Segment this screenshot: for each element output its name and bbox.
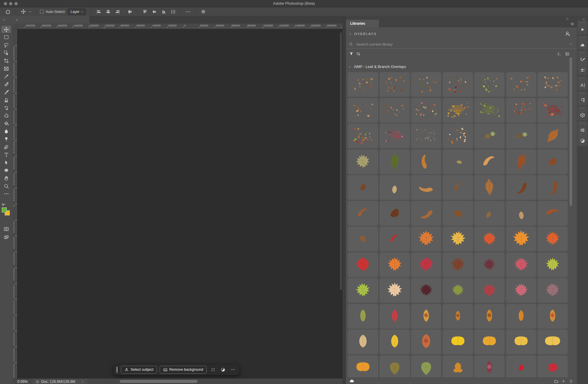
transform-icon[interactable] bbox=[209, 367, 217, 372]
asset-thumbnail-oak[interactable] bbox=[380, 149, 410, 174]
brush-settings-panel-icon[interactable] bbox=[577, 54, 587, 65]
foreground-color-swatch[interactable] bbox=[2, 207, 7, 212]
tool-blur-icon[interactable] bbox=[1, 128, 11, 135]
filter-icon[interactable] bbox=[349, 51, 354, 56]
document-tab[interactable] bbox=[12, 16, 89, 24]
invite-people-icon[interactable] bbox=[565, 31, 570, 36]
asset-thumbnail-scatter[interactable] bbox=[506, 98, 536, 123]
asset-thumbnail-maple[interactable] bbox=[443, 252, 473, 277]
tool-pen-icon[interactable] bbox=[1, 143, 11, 150]
align-right-icon[interactable] bbox=[113, 9, 122, 14]
asset-thumbnail-maple[interactable] bbox=[474, 278, 505, 303]
asset-thumbnail-maple[interactable] bbox=[348, 252, 378, 277]
asset-thumbnail-scatter[interactable] bbox=[380, 98, 410, 123]
panel-divider[interactable] bbox=[343, 16, 346, 384]
asset-thumbnail-oval[interactable] bbox=[380, 304, 410, 329]
asset-thumbnail-twigpair[interactable] bbox=[474, 124, 505, 148]
align-center-horizontal-icon[interactable] bbox=[103, 9, 113, 14]
asset-thumbnail-maple[interactable] bbox=[506, 278, 536, 303]
libraries-tab[interactable]: Libraries bbox=[346, 20, 379, 27]
asset-thumbnail-maple[interactable] bbox=[348, 278, 378, 303]
asset-thumbnail-fragment[interactable] bbox=[537, 149, 568, 174]
asset-thumbnail-maple[interactable] bbox=[474, 227, 505, 251]
asset-thumbnail-maple[interactable] bbox=[537, 252, 568, 277]
asset-thumbnail-maple[interactable] bbox=[411, 227, 441, 251]
asset-thumbnail-scatter[interactable] bbox=[411, 98, 441, 123]
paragraph-panel-icon[interactable] bbox=[577, 95, 587, 105]
asset-thumbnail-oak[interactable] bbox=[474, 175, 505, 200]
tool-rectangular-marquee-icon[interactable] bbox=[1, 34, 11, 41]
search-input[interactable] bbox=[355, 40, 551, 48]
asset-thumbnail-oval[interactable] bbox=[474, 304, 505, 329]
tool-paint-bucket-icon[interactable] bbox=[1, 120, 11, 127]
panel-menu-icon[interactable] bbox=[570, 21, 574, 26]
tool-edit-toolbar-icon[interactable] bbox=[1, 190, 11, 197]
tool-preset-chevron-icon[interactable] bbox=[28, 10, 34, 14]
asset-thumbnail-heart[interactable] bbox=[411, 355, 441, 378]
asset-thumbnail-maple[interactable] bbox=[411, 278, 441, 303]
asset-thumbnail-curl[interactable] bbox=[537, 201, 568, 226]
asset-thumbnail-hang[interactable] bbox=[474, 201, 505, 226]
asset-thumbnail-fragment[interactable] bbox=[380, 201, 410, 226]
align-center-vertical-icon[interactable] bbox=[125, 9, 135, 14]
auto-select-checkbox[interactable] bbox=[40, 10, 44, 14]
status-chevron-icon[interactable] bbox=[81, 380, 84, 384]
tool-zoom-icon[interactable] bbox=[1, 182, 11, 189]
distribute-middle-icon[interactable] bbox=[150, 9, 159, 14]
tool-crop-icon[interactable] bbox=[1, 57, 11, 64]
distribute-top-icon[interactable] bbox=[140, 9, 150, 14]
sort-icon[interactable] bbox=[356, 51, 361, 56]
tool-path-selection-icon[interactable] bbox=[1, 159, 11, 166]
asset-thumbnail-oval[interactable] bbox=[380, 330, 410, 354]
tool-ellipse-shape-icon[interactable] bbox=[1, 167, 11, 174]
home-icon[interactable] bbox=[3, 9, 13, 15]
asset-thumbnail-ginkgo[interactable] bbox=[506, 330, 536, 354]
asset-thumbnail-oval[interactable] bbox=[348, 330, 378, 354]
asset-thumbnail-oak[interactable] bbox=[537, 124, 568, 148]
histogram-panel-icon[interactable] bbox=[577, 39, 587, 50]
asset-thumbnail-curl[interactable] bbox=[348, 201, 378, 226]
asset-thumbnail-ginkgo[interactable] bbox=[474, 330, 505, 354]
asset-thumbnail-maple[interactable] bbox=[443, 227, 473, 251]
breadcrumb[interactable]: OVERLAYS bbox=[354, 32, 377, 36]
asset-thumbnail-twigpair[interactable] bbox=[506, 124, 536, 148]
distribute-horizontal-icon[interactable] bbox=[168, 9, 178, 14]
canvas[interactable]: Select subject Remove background bbox=[17, 29, 343, 379]
tool-frame-icon[interactable] bbox=[1, 65, 11, 72]
asset-thumbnail-maple[interactable] bbox=[537, 278, 568, 303]
tool-dodge-icon[interactable] bbox=[1, 135, 11, 142]
tool-brush-icon[interactable] bbox=[1, 89, 11, 96]
asset-thumbnail-oval[interactable] bbox=[411, 330, 441, 354]
asset-thumbnail-scatter[interactable] bbox=[506, 72, 536, 97]
asset-thumbnail-oval[interactable] bbox=[506, 304, 536, 329]
section-collapse-icon[interactable] bbox=[348, 64, 352, 69]
move-tool-preset-icon[interactable] bbox=[19, 9, 28, 14]
asset-thumbnail-scatter[interactable] bbox=[380, 72, 410, 97]
select-subject-button[interactable]: Select subject bbox=[121, 366, 157, 374]
dock-grip[interactable] bbox=[580, 37, 585, 38]
asset-thumbnail-oak[interactable] bbox=[506, 149, 536, 174]
close-tab-icon[interactable] bbox=[15, 17, 19, 22]
dock-grip[interactable] bbox=[580, 108, 585, 109]
more-options-icon[interactable] bbox=[183, 9, 193, 14]
asset-thumbnail-maple[interactable] bbox=[380, 252, 410, 277]
asset-thumbnail-hang[interactable] bbox=[380, 175, 410, 200]
asset-thumbnail-scatter[interactable] bbox=[537, 98, 568, 123]
asset-thumbnail-curl[interactable] bbox=[411, 149, 441, 174]
expand-tools-icon[interactable] bbox=[3, 17, 6, 22]
asset-thumbnail-scatter[interactable] bbox=[411, 72, 441, 97]
properties-panel-icon[interactable] bbox=[577, 125, 587, 135]
swap-colors-icon[interactable] bbox=[1, 202, 6, 207]
asset-thumbnail-curl[interactable] bbox=[506, 175, 536, 200]
3d-material-panel-icon[interactable] bbox=[577, 110, 587, 120]
tool-history-brush-icon[interactable] bbox=[1, 104, 11, 111]
asset-thumbnail-fragment[interactable] bbox=[506, 355, 536, 378]
canvas-vertical-scrollbar[interactable] bbox=[340, 32, 342, 290]
new-group-icon[interactable] bbox=[554, 378, 559, 384]
asset-thumbnail-curl[interactable] bbox=[411, 201, 441, 226]
tool-hand-icon[interactable] bbox=[1, 174, 11, 182]
actions-play-panel-icon[interactable] bbox=[577, 24, 587, 35]
asset-thumbnail-scatter[interactable] bbox=[443, 124, 473, 148]
asset-thumbnail-oval[interactable] bbox=[474, 355, 505, 378]
asset-thumbnail-curl[interactable] bbox=[411, 175, 441, 200]
